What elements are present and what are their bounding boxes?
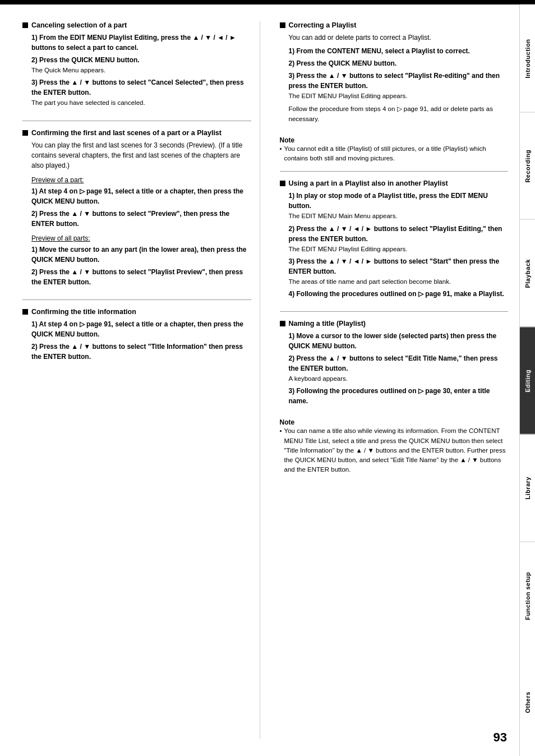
list-item: 1) At step 4 on ▷ page 91, select a titl… [31,186,251,206]
note-block-1: Note You cannot edit a title (Playlist) … [280,136,509,164]
sidebar-item-others: Others [520,649,535,756]
list-item: 1) From the CONTENT MENU, select a Playl… [289,46,509,56]
note-item: You cannot edit a title (Playlist) of st… [280,144,509,164]
sidebar-item-editing: Editing [520,327,535,435]
section-cancel-body: 1) From the EDIT MENU Playlist Editing, … [31,33,251,108]
preview-part-heading: Preview of a part: [31,176,251,184]
sidebar-item-function-setup: Function setup [520,542,535,649]
top-bar [0,0,535,4]
list-item: 3) Press the ▲ / ▼ buttons to select "Ca… [31,77,251,108]
list-item: 2) Press the ▲ / ▼ buttons to select "Ed… [289,353,509,384]
list-item: 1) Move a cursor to the lower side (sele… [289,331,509,351]
bullet-icon [280,321,285,326]
bullet-icon [22,22,28,28]
sidebar-item-recording: Recording [520,112,535,220]
follow-text: Follow the procedure from steps 4 on ▷ p… [289,104,509,124]
sidebar: Introduction Recording Playback Editing … [519,4,535,756]
bullet-icon [22,309,28,315]
section-correct-playlist-body: You can add or delete parts to correct a… [289,33,509,124]
sidebar-item-library: Library [520,434,535,542]
section-confirm-title-info-title: Confirming the title information [22,308,251,316]
divider [22,299,251,300]
section-use-part-another-title: Using a part in a Playlist also in anoth… [280,179,509,187]
section-naming-title-body: 1) Move a cursor to the lower side (sele… [289,331,509,406]
divider [280,171,509,172]
divider [280,311,509,312]
section-confirm-title-info-body: 1) At step 4 on ▷ page 91, select a titl… [31,319,251,362]
section-confirm-title-info: Confirming the title information 1) At s… [22,308,251,362]
list-item: 2) Press the ▲ / ▼ buttons to select "Ti… [31,342,251,362]
section-correct-playlist-title: Correcting a Playlist [280,21,509,29]
sidebar-item-playback: Playback [520,219,535,327]
bullet-icon [280,181,285,186]
list-item: 1) Move the cursor to an any part (in th… [31,245,251,265]
list-item: 3) Press the ▲ / ▼ buttons to select "Pl… [289,71,509,101]
section-correct-playlist: Correcting a Playlist You can add or del… [280,21,509,124]
note-label-2: Note [280,418,509,426]
list-item: 2) Press the QUICK MENU button. The Quic… [31,55,251,75]
section-confirm-scenes: Confirming the first and last scenes of … [22,129,251,287]
page-layout: Canceling selection of a part 1) From th… [0,4,535,756]
section-use-part-another-body: 1) In play or stop mode of a Playlist ti… [289,191,509,299]
note-label: Note [280,136,509,144]
section-cancel-part: Canceling selection of a part 1) From th… [22,21,251,108]
section-confirm-scenes-title: Confirming the first and last scenes of … [22,129,251,137]
main-content: Canceling selection of a part 1) From th… [0,4,519,756]
list-item: 4) Following the procedures outlined on … [289,289,509,299]
list-item: 1) In play or stop mode of a Playlist ti… [289,191,509,221]
section-use-part-another: Using a part in a Playlist also in anoth… [280,179,509,299]
list-item: 3) Following the procedures outlined on … [289,386,509,406]
note-block-2: Note You can name a title also while vie… [280,418,509,474]
list-item: 2) Press the ▲ / ▼ buttons to select "Pl… [31,267,251,287]
right-column: Correcting a Playlist You can add or del… [271,21,509,739]
section-naming-title-title: Naming a title (Playlist) [280,320,509,328]
preview-all-heading: Preview of all parts: [31,234,251,242]
divider [22,121,251,121]
list-item: 2) Press the ▲ / ▼ buttons to select "Pr… [31,209,251,229]
list-item: 3) Press the ▲ / ▼ / ◄ / ► buttons to se… [289,256,509,287]
bullet-icon [280,22,285,28]
page-number: 93 [494,730,507,745]
section-confirm-scenes-body: You can play the first and last scenes f… [31,140,251,287]
section-naming-title: Naming a title (Playlist) 1) Move a curs… [280,320,509,406]
note-item-2: You can name a title also while viewing … [280,426,509,474]
list-item: 1) At step 4 on ▷ page 91, select a titl… [31,319,251,339]
left-column: Canceling selection of a part 1) From th… [22,21,260,739]
list-item: 2) Press the QUICK MENU button. [289,58,509,68]
section-cancel-title: Canceling selection of a part [22,21,251,29]
sidebar-item-introduction: Introduction [520,4,535,112]
bullet-icon [22,130,28,136]
list-item: 1) From the EDIT MENU Playlist Editing, … [31,33,251,53]
list-item: 2) Press the ▲ / ▼ / ◄ / ► buttons to se… [289,224,509,254]
